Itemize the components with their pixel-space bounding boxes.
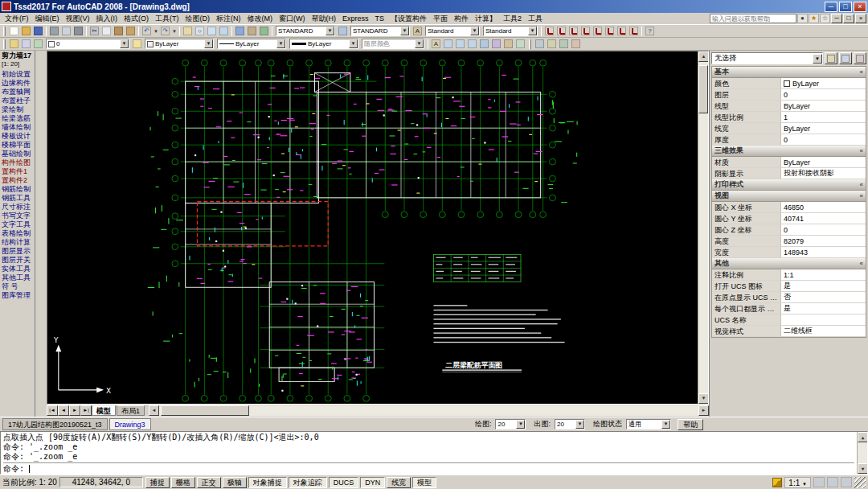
child-close-button[interactable]: × [855, 14, 866, 23]
linetype-combo[interactable]: ByLayer▼ [217, 39, 286, 49]
plot-preview-icon[interactable] [60, 26, 72, 37]
property-value[interactable]: 二维线框 [781, 326, 866, 336]
palette-item-5[interactable]: 梁绘制 [0, 105, 35, 114]
property-value[interactable]: 46850 [781, 202, 866, 212]
table-icon[interactable] [514, 39, 526, 50]
property-value[interactable]: 40741 [781, 213, 866, 224]
property-value[interactable]: 0 [781, 224, 866, 235]
command-scrollbar[interactable]: ▲ ▼ [857, 432, 867, 474]
tssd-tool-button-4[interactable] [579, 26, 592, 37]
document-tab-1[interactable]: 17幼儿园结构图20190521_t3 [2, 418, 108, 430]
property-value[interactable]: ByLayer [781, 157, 866, 167]
redo-icon[interactable]: ↷ [159, 26, 171, 37]
scroll-up-icon[interactable]: ▲ [858, 432, 868, 442]
palette-item-24[interactable]: 其他工具 [0, 273, 35, 282]
menu-item-12[interactable]: Express [339, 13, 372, 24]
make-object-layer-icon[interactable] [131, 39, 143, 50]
zoom-window-icon[interactable] [206, 26, 218, 37]
annotation-visibility-icon[interactable] [772, 478, 782, 487]
chevron-down-icon[interactable]: ▼ [528, 27, 537, 35]
tssd-tool-button-5[interactable] [592, 26, 604, 37]
palette-item-12[interactable]: 置构件1 [0, 167, 35, 176]
palette-item-6[interactable]: 绘梁选筋 [0, 114, 35, 123]
property-value[interactable]: 投射和接收阴影 [781, 168, 866, 179]
properties-section-header-4[interactable]: 视图« [712, 191, 866, 202]
menu-item-5[interactable]: 格式(O) [121, 13, 152, 24]
menu-item-14[interactable]: 【设置构件 [387, 13, 430, 24]
menu-item-7[interactable]: 绘图(D) [182, 13, 214, 24]
property-value[interactable]: 148943 [781, 247, 866, 257]
vertical-scroll-thumb[interactable] [698, 65, 708, 113]
palette-item-19[interactable]: 表格绘制 [0, 229, 35, 238]
lineweight-combo[interactable]: ByLayer▼ [289, 39, 358, 49]
dropdown-arrow-icon[interactable]: ▼ [153, 29, 159, 34]
chevron-down-icon[interactable]: ▼ [575, 420, 584, 429]
chevron-down-icon[interactable]: ▼ [120, 39, 129, 48]
layout-nav-button-1[interactable]: |◄ [47, 405, 58, 416]
explode-icon[interactable] [570, 39, 582, 50]
toggle-DUCS[interactable]: DUCS [329, 477, 359, 488]
palette-item-3[interactable]: 布置轴网 [0, 88, 35, 97]
close-button[interactable]: × [854, 2, 866, 12]
layout-nav-button-2[interactable]: ◄ [58, 405, 69, 416]
layer-properties-icon[interactable] [8, 39, 20, 50]
paste-icon[interactable] [113, 26, 125, 37]
scroll-down-icon[interactable]: ▼ [858, 463, 868, 474]
scroll-left-icon[interactable]: ◄ [149, 405, 159, 416]
properties-icon[interactable] [234, 26, 246, 37]
chevron-down-icon[interactable]: ▼ [661, 420, 670, 429]
property-value[interactable]: ByLayer [781, 101, 866, 111]
chevron-down-icon[interactable]: ▼ [400, 27, 409, 35]
palette-item-2[interactable]: 边缘构件 [0, 79, 35, 88]
collapse-icon[interactable]: « [860, 260, 863, 267]
menu-item-2[interactable]: 编辑(E) [32, 13, 63, 24]
property-value[interactable]: 是 [781, 303, 866, 314]
menu-item-4[interactable]: 插入(I) [93, 13, 121, 24]
layer-combo[interactable]: 0▼ [46, 39, 129, 49]
new-file-icon[interactable] [8, 26, 20, 37]
pickadd-toggle-button[interactable] [825, 52, 837, 64]
palette-item-23[interactable]: 实体工具 [0, 265, 35, 273]
palette-item-10[interactable]: 基础绘制 [0, 150, 35, 158]
menu-item-19[interactable]: 工具 [525, 13, 546, 24]
communication-center-icon[interactable]: ★ [809, 14, 819, 23]
properties-section-header-1[interactable]: 基本« [712, 67, 866, 78]
dim-style-icon[interactable] [337, 26, 349, 37]
table-style-combo[interactable]: Standard▼ [425, 26, 480, 36]
tssd-tool-button-3[interactable] [567, 26, 579, 37]
scroll-up-icon[interactable]: ▲ [698, 51, 709, 62]
properties-section-header-3[interactable]: 打印样式« [712, 179, 866, 191]
plan-svg[interactable]: 二层梁配筋平面图YX [47, 51, 698, 404]
layout-tab-布局1[interactable]: 布局1 [117, 405, 145, 416]
palette-item-16[interactable]: 尺寸标注 [0, 203, 35, 212]
chevron-down-icon[interactable]: ▼ [415, 39, 424, 48]
zoom-previous-icon[interactable] [218, 26, 230, 37]
scroll-down-icon[interactable]: ▼ [698, 393, 709, 404]
text-style-icon[interactable]: A [411, 26, 424, 37]
command-prompt-line[interactable]: 命令: [3, 464, 854, 474]
annotation-scale-control[interactable]: 1:1 ▼ [784, 477, 811, 488]
toggle-正交[interactable]: 正交 [197, 477, 221, 488]
palette-item-22[interactable]: 图层开关 [0, 256, 35, 265]
palette-item-13[interactable]: 置构件2 [0, 176, 35, 185]
tssd-tool-button-2[interactable] [555, 26, 567, 37]
palette-item-20[interactable]: 结构计算 [0, 238, 35, 247]
palette-item-18[interactable]: 文字工具 [0, 220, 35, 229]
copy-icon[interactable] [100, 26, 113, 37]
property-value[interactable]: 0 [781, 89, 866, 100]
publish-icon[interactable] [72, 26, 84, 37]
favorites-icon[interactable]: ☆ [820, 14, 830, 23]
menu-item-17[interactable]: 计算】 [472, 13, 500, 24]
menu-item-1[interactable]: 文件(F) [2, 13, 32, 24]
measure-icon[interactable] [546, 39, 558, 50]
plot-scale-combo[interactable]: 20 ▼ [555, 419, 585, 429]
scroll-right-icon[interactable]: ► [698, 405, 709, 416]
block-icon[interactable] [502, 39, 514, 50]
palette-item-7[interactable]: 墙体绘制 [0, 123, 35, 132]
palette-item-26[interactable]: 图库管理 [0, 291, 35, 300]
child-restore-button[interactable]: □ [843, 14, 854, 23]
undo-icon[interactable]: ↶ [141, 26, 153, 37]
save-icon[interactable] [32, 26, 44, 37]
pan-icon[interactable] [182, 26, 194, 37]
layer-previous-icon[interactable] [32, 39, 44, 50]
